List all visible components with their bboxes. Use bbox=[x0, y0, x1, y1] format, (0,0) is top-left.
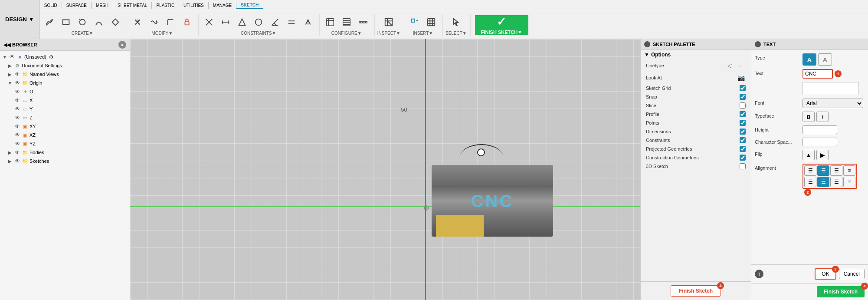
tree-origin-y[interactable]: 👁 ▭ Y bbox=[0, 105, 130, 113]
inspect-icon1[interactable] bbox=[381, 14, 396, 30]
sketch-grid-checkbox[interactable] bbox=[740, 85, 746, 91]
type-outline-button[interactable]: A bbox=[818, 53, 832, 66]
sketches-visibility[interactable]: 👁 bbox=[14, 158, 21, 165]
bodies-visibility[interactable]: 👁 bbox=[14, 149, 21, 156]
align-right-bottom[interactable]: ☰ bbox=[830, 177, 842, 187]
browser-close-button[interactable]: ● bbox=[118, 41, 126, 49]
tree-origin-z[interactable]: 👁 ▭ Z bbox=[0, 113, 130, 122]
configure-ruler[interactable] bbox=[355, 14, 371, 30]
linetype-right-icon[interactable]: ○ bbox=[736, 61, 746, 70]
sketches-toggle[interactable]: ▶ bbox=[7, 158, 13, 164]
finish-sketch-bottom-button[interactable]: Finish Sketch 4 bbox=[817, 286, 865, 297]
linetype-left-icon[interactable]: ◁ bbox=[725, 61, 734, 70]
tab-solid[interactable]: SOLID bbox=[40, 2, 62, 9]
configure-icon1[interactable] bbox=[322, 14, 338, 30]
origin-visibility[interactable]: 👁 bbox=[14, 79, 21, 86]
arc-tool[interactable] bbox=[91, 14, 107, 30]
rect-tool[interactable] bbox=[58, 14, 74, 30]
constraints-checkbox[interactable] bbox=[740, 137, 746, 143]
xz-visibility[interactable]: 👁 bbox=[14, 132, 21, 138]
align-justify-bottom[interactable]: ≡ bbox=[843, 177, 855, 187]
named-views-visibility[interactable]: 👁 bbox=[14, 71, 21, 78]
type-filled-button[interactable]: A bbox=[802, 53, 816, 66]
text-multiline-area[interactable] bbox=[802, 82, 859, 95]
root-settings-icon[interactable]: ⚙ bbox=[49, 54, 53, 60]
tab-manage[interactable]: MANAGE bbox=[209, 2, 236, 9]
profile-checkbox[interactable] bbox=[740, 111, 746, 117]
insert-icon2[interactable] bbox=[423, 14, 439, 30]
collapse-icon[interactable]: ◀◀ bbox=[3, 42, 10, 48]
options-section-header[interactable]: ▼ Options bbox=[641, 50, 751, 59]
flip-horizontal-button[interactable]: ▶ bbox=[816, 150, 829, 160]
flip-vertical-button[interactable]: ▲ bbox=[802, 150, 815, 160]
text-input[interactable] bbox=[802, 69, 833, 79]
design-button[interactable]: DESIGN ▼ bbox=[0, 0, 40, 39]
tab-sheet-metal[interactable]: SHEET METAL bbox=[113, 2, 152, 9]
info-icon[interactable]: i bbox=[755, 270, 763, 278]
y-visibility[interactable]: 👁 bbox=[14, 105, 21, 112]
tab-mesh[interactable]: MESH bbox=[92, 2, 113, 9]
align-justify-top[interactable]: ≡ bbox=[843, 165, 855, 176]
configure-icon2[interactable] bbox=[339, 14, 354, 30]
root-toggle[interactable]: ▼ bbox=[2, 54, 8, 60]
dimensions-checkbox[interactable] bbox=[740, 129, 746, 135]
align-right-top[interactable]: ☰ bbox=[830, 165, 842, 176]
constraint-angle[interactable] bbox=[267, 14, 283, 30]
finish-sketch-toolbar-button[interactable]: ✓ FINISH SKETCH▼ bbox=[475, 15, 528, 35]
bold-button[interactable]: B bbox=[802, 112, 815, 122]
align-left-top[interactable]: ☰ bbox=[804, 165, 816, 176]
projected-checkbox[interactable] bbox=[740, 146, 746, 152]
ok-button[interactable]: OK 3 bbox=[815, 268, 836, 280]
tab-plastic[interactable]: PLASTIC bbox=[152, 2, 179, 9]
fillet-tool[interactable] bbox=[163, 14, 178, 30]
yz-visibility[interactable]: 👁 bbox=[14, 140, 21, 147]
xy-visibility[interactable]: 👁 bbox=[14, 123, 21, 130]
char-spacing-input[interactable]: 0.00 bbox=[802, 138, 837, 146]
tab-surface[interactable]: SURFACE bbox=[62, 2, 92, 9]
tree-root[interactable]: ▼ 👁 ■ (Unsaved) ⚙ bbox=[0, 53, 130, 61]
3d-sketch-checkbox[interactable] bbox=[740, 163, 746, 169]
bodies-toggle[interactable]: ▶ bbox=[7, 149, 13, 155]
tree-named-views[interactable]: ▶ 👁 📁 Named Views bbox=[0, 70, 130, 79]
o-visibility[interactable]: 👁 bbox=[14, 88, 21, 95]
trim-tool[interactable] bbox=[130, 14, 145, 30]
tree-origin-xz[interactable]: 👁 ▣ XZ bbox=[0, 131, 130, 139]
cancel-button[interactable]: Cancel bbox=[839, 269, 865, 279]
constraint-perp[interactable] bbox=[201, 14, 217, 30]
tab-utilities[interactable]: UTILITIES bbox=[179, 2, 209, 9]
look-at-icon[interactable]: 📷 bbox=[736, 73, 746, 82]
constraint-eq[interactable] bbox=[284, 14, 299, 30]
insert-icon1[interactable] bbox=[407, 14, 423, 30]
tree-bodies[interactable]: ▶ 👁 📁 Bodies bbox=[0, 148, 130, 157]
extend-tool[interactable] bbox=[146, 14, 162, 30]
font-select[interactable]: Arial Times New Roman bbox=[802, 99, 863, 108]
poly-tool[interactable] bbox=[108, 14, 123, 30]
origin-toggle[interactable]: ▼ bbox=[7, 80, 13, 86]
constraint-sym[interactable] bbox=[300, 14, 316, 30]
tab-sketch[interactable]: SKETCH bbox=[236, 2, 263, 9]
points-checkbox[interactable] bbox=[740, 120, 746, 126]
constraint-tri[interactable] bbox=[234, 14, 250, 30]
root-visibility[interactable]: 👁 bbox=[9, 53, 16, 60]
align-left-bottom[interactable]: ☰ bbox=[804, 177, 816, 187]
slice-checkbox[interactable] bbox=[740, 102, 746, 109]
tree-origin-o[interactable]: 👁 ✦ O bbox=[0, 87, 130, 96]
dimension-tool[interactable] bbox=[218, 14, 233, 30]
tree-origin[interactable]: ▼ 👁 📁 Origin bbox=[0, 79, 130, 87]
constraint-circle[interactable] bbox=[251, 14, 266, 30]
height-input[interactable]: 10.00 mm bbox=[802, 125, 837, 134]
tree-origin-x[interactable]: 👁 ▭ X bbox=[0, 96, 130, 105]
tree-sketches[interactable]: ▶ 👁 📁 Sketches bbox=[0, 157, 130, 165]
italic-button[interactable]: I bbox=[816, 112, 829, 122]
select-cursor[interactable] bbox=[448, 14, 464, 30]
finish-sketch-palette-button[interactable]: Finish Sketch 4 bbox=[671, 285, 721, 297]
line-tool[interactable] bbox=[42, 14, 57, 30]
canvas-area[interactable]: -50 CNC bbox=[130, 39, 640, 300]
snap-checkbox[interactable] bbox=[740, 94, 746, 100]
align-center-top[interactable]: ☰ bbox=[817, 165, 829, 176]
z-visibility[interactable]: 👁 bbox=[14, 114, 21, 121]
lock-tool[interactable] bbox=[179, 14, 195, 30]
doc-settings-toggle[interactable]: ▶ bbox=[7, 63, 13, 69]
circle-tool[interactable] bbox=[75, 14, 90, 30]
tree-document-settings[interactable]: ▶ ⚙ Document Settings bbox=[0, 61, 130, 70]
